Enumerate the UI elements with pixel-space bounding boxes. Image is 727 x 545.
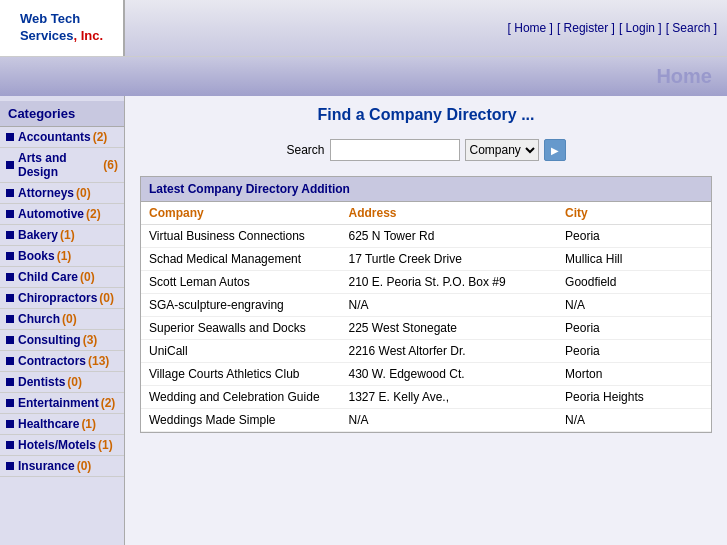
- sidebar-item-church[interactable]: Church (0): [0, 309, 124, 330]
- table-row[interactable]: Virtual Business Connections625 N Tower …: [141, 225, 711, 248]
- cell-address: 17 Turtle Creek Drive: [341, 248, 558, 271]
- sidebar-item-count: (13): [88, 354, 109, 368]
- nav-search[interactable]: [ Search ]: [666, 21, 717, 35]
- sidebar-items-container: Accountants (2)Arts and Design (6)Attorn…: [0, 127, 124, 477]
- cell-address: 625 N Tower Rd: [341, 225, 558, 248]
- nav-register[interactable]: [ Register ]: [557, 21, 615, 35]
- cell-company: Superior Seawalls and Docks: [141, 317, 341, 340]
- cell-city: N/A: [557, 294, 711, 317]
- directory-table-body: Virtual Business Connections625 N Tower …: [141, 225, 711, 432]
- search-go-button[interactable]: ▶: [544, 139, 566, 161]
- cell-company: Schad Medical Management: [141, 248, 341, 271]
- sidebar-item-label: Contractors: [18, 354, 86, 368]
- sidebar-bullet-icon: [6, 133, 14, 141]
- sidebar-bullet-icon: [6, 189, 14, 197]
- table-row[interactable]: UniCall2216 West Altorfer Dr.Peoria: [141, 340, 711, 363]
- sidebar-item-count: (0): [76, 186, 91, 200]
- cell-company: Wedding and Celebration Guide: [141, 386, 341, 409]
- search-label: Search: [286, 143, 324, 157]
- cell-address: N/A: [341, 294, 558, 317]
- sidebar-item-label: Automotive: [18, 207, 84, 221]
- logo: Web TechServices, Inc.: [20, 11, 103, 45]
- sidebar-item-hotels-motels[interactable]: Hotels/Motels (1): [0, 435, 124, 456]
- sidebar-item-child-care[interactable]: Child Care (0): [0, 267, 124, 288]
- sidebar-item-count: (1): [57, 249, 72, 263]
- table-row[interactable]: Scott Leman Autos210 E. Peoria St. P.O. …: [141, 271, 711, 294]
- sidebar-bullet-icon: [6, 294, 14, 302]
- table-row[interactable]: SGA-sculpture-engravingN/AN/A: [141, 294, 711, 317]
- sidebar-bullet-icon: [6, 420, 14, 428]
- sidebar-bullet-icon: [6, 315, 14, 323]
- cell-city: Peoria Heights: [557, 386, 711, 409]
- sidebar-item-bakery[interactable]: Bakery (1): [0, 225, 124, 246]
- page-title-bar: Home: [0, 57, 727, 96]
- cell-company: SGA-sculpture-engraving: [141, 294, 341, 317]
- sidebar-bullet-icon: [6, 252, 14, 260]
- directory-section: Latest Company Directory Addition Compan…: [140, 176, 712, 433]
- cell-city: Mullica Hill: [557, 248, 711, 271]
- sidebar-item-books[interactable]: Books (1): [0, 246, 124, 267]
- sidebar-item-contractors[interactable]: Contractors (13): [0, 351, 124, 372]
- directory-table-head: Company Address City: [141, 202, 711, 225]
- sidebar-item-count: (6): [103, 158, 118, 172]
- sidebar-item-entertainment[interactable]: Entertainment (2): [0, 393, 124, 414]
- header: Web TechServices, Inc. [ Home ] [ Regist…: [0, 0, 727, 57]
- directory-section-heading: Latest Company Directory Addition: [141, 177, 711, 202]
- sidebar-item-automotive[interactable]: Automotive (2): [0, 204, 124, 225]
- sidebar-item-label: Bakery: [18, 228, 58, 242]
- table-row[interactable]: Village Courts Athletics Club430 W. Edge…: [141, 363, 711, 386]
- cell-city: Goodfield: [557, 271, 711, 294]
- sidebar-item-label: Church: [18, 312, 60, 326]
- sidebar-item-label: Healthcare: [18, 417, 79, 431]
- directory-table-header-row: Company Address City: [141, 202, 711, 225]
- search-category-select[interactable]: Company: [465, 139, 539, 161]
- sidebar-item-label: Dentists: [18, 375, 65, 389]
- sidebar-item-count: (2): [101, 396, 116, 410]
- sidebar-item-attorneys[interactable]: Attorneys (0): [0, 183, 124, 204]
- sidebar-item-healthcare[interactable]: Healthcare (1): [0, 414, 124, 435]
- sidebar-item-consulting[interactable]: Consulting (3): [0, 330, 124, 351]
- sidebar-item-count: (0): [77, 459, 92, 473]
- search-bar: Search Company ▶: [140, 139, 712, 161]
- search-input[interactable]: [330, 139, 460, 161]
- table-row[interactable]: Schad Medical Management17 Turtle Creek …: [141, 248, 711, 271]
- sidebar-item-count: (0): [80, 270, 95, 284]
- sidebar-item-label: Consulting: [18, 333, 81, 347]
- sidebar-item-label: Books: [18, 249, 55, 263]
- sidebar-item-count: (2): [86, 207, 101, 221]
- content-area: Find a Company Directory ... Search Comp…: [125, 96, 727, 545]
- sidebar-item-count: (1): [98, 438, 113, 452]
- cell-address: 225 West Stonegate: [341, 317, 558, 340]
- cell-company: Virtual Business Connections: [141, 225, 341, 248]
- cell-city: Morton: [557, 363, 711, 386]
- sidebar-item-insurance[interactable]: Insurance (0): [0, 456, 124, 477]
- col-header-company: Company: [141, 202, 341, 225]
- sidebar-bullet-icon: [6, 336, 14, 344]
- sidebar-item-dentists[interactable]: Dentists (0): [0, 372, 124, 393]
- main-layout: Categories Accountants (2)Arts and Desig…: [0, 96, 727, 545]
- nav-home[interactable]: [ Home ]: [508, 21, 553, 35]
- sidebar-item-chiropractors[interactable]: Chiropractors (0): [0, 288, 124, 309]
- table-row[interactable]: Wedding and Celebration Guide1327 E. Kel…: [141, 386, 711, 409]
- sidebar-bullet-icon: [6, 441, 14, 449]
- sidebar-item-label: Insurance: [18, 459, 75, 473]
- sidebar-item-label: Entertainment: [18, 396, 99, 410]
- table-row[interactable]: Superior Seawalls and Docks225 West Ston…: [141, 317, 711, 340]
- sidebar-item-label: Child Care: [18, 270, 78, 284]
- sidebar-item-label: Chiropractors: [18, 291, 97, 305]
- sidebar: Categories Accountants (2)Arts and Desig…: [0, 96, 125, 545]
- cell-city: Peoria: [557, 340, 711, 363]
- sidebar-title: Categories: [0, 101, 124, 127]
- cell-address: 1327 E. Kelly Ave.,: [341, 386, 558, 409]
- sidebar-item-arts-and-design[interactable]: Arts and Design (6): [0, 148, 124, 183]
- directory-table: Company Address City Virtual Business Co…: [141, 202, 711, 432]
- sidebar-item-accountants[interactable]: Accountants (2): [0, 127, 124, 148]
- sidebar-item-count: (1): [60, 228, 75, 242]
- cell-company: Weddings Made Simple: [141, 409, 341, 432]
- sidebar-bullet-icon: [6, 273, 14, 281]
- nav-login[interactable]: [ Login ]: [619, 21, 662, 35]
- sidebar-bullet-icon: [6, 399, 14, 407]
- col-header-address: Address: [341, 202, 558, 225]
- cell-company: Scott Leman Autos: [141, 271, 341, 294]
- table-row[interactable]: Weddings Made SimpleN/AN/A: [141, 409, 711, 432]
